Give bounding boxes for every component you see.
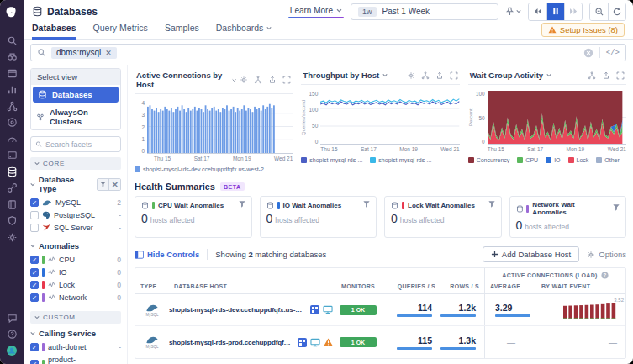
datadog-logo[interactable] (0, 4, 24, 21)
chart-title[interactable]: Throughput by Host (303, 71, 379, 80)
view-databases[interactable]: Databases (33, 87, 119, 103)
checkbox-checked[interactable]: ✓ (30, 343, 39, 351)
tab-samples[interactable]: Samples (165, 23, 199, 40)
tab-dashboards[interactable]: Dashboards (216, 23, 272, 40)
host-link[interactable]: shopist-mysql-rds-dev.ccehuppdfqfx.us-we… (169, 306, 306, 314)
tab-databases[interactable]: Databases (32, 23, 76, 40)
nav-chat-icon[interactable] (0, 310, 24, 327)
zoom-out-button[interactable] (590, 3, 608, 20)
clear-search-icon[interactable] (583, 48, 593, 58)
facet-item-io-anomaly[interactable]: ✓ IO 0 (30, 266, 121, 278)
nav-integrations-icon[interactable] (0, 180, 24, 197)
column-type[interactable]: TYPE (135, 281, 169, 293)
area-chart-plot[interactable] (488, 91, 626, 145)
column-monitors[interactable]: MONITORS (336, 281, 390, 293)
chevron-down-icon[interactable] (382, 73, 388, 77)
filter-icon[interactable] (363, 201, 370, 209)
checkbox-unchecked[interactable] (30, 211, 39, 219)
view-alwayson-clusters[interactable]: AlwaysOn Clusters (31, 104, 120, 129)
export-icon[interactable] (602, 71, 610, 80)
facet-item-mysql[interactable]: ✓ MySQL 2 (30, 196, 121, 208)
time-range-picker[interactable]: 1w Past 1 Week (351, 3, 498, 20)
checkbox-unchecked[interactable] (30, 224, 39, 232)
export-icon[interactable] (268, 76, 277, 84)
section-core[interactable]: CORE (30, 157, 121, 170)
line-chart-plot[interactable] (320, 91, 459, 145)
nav-notebooks-icon[interactable] (0, 197, 24, 214)
dashboard-icon[interactable] (323, 305, 333, 314)
learn-more-menu[interactable]: Learn More (288, 4, 344, 18)
pin-timeframe-button[interactable] (505, 7, 521, 16)
chart-title[interactable]: Active Connections by Host (136, 71, 229, 89)
search-bar[interactable]: dbms:mysql ✕ </> (30, 44, 626, 61)
column-database-host[interactable]: DATABASE HOST (169, 281, 336, 293)
setup-issues-button[interactable]: Setup Issues (8) (541, 23, 625, 37)
nav-databases-icon[interactable] (0, 164, 24, 181)
legend-item[interactable]: shopist-mysql-rds-... (370, 157, 431, 163)
nav-help-icon[interactable] (0, 326, 24, 343)
facet-item-cpu-anomaly[interactable]: ✓ CPU 0 (30, 253, 121, 266)
options-button[interactable]: Options (587, 250, 626, 259)
legend-item[interactable]: CPU (517, 157, 538, 163)
nav-security-icon[interactable] (0, 213, 24, 229)
gear-icon[interactable] (240, 76, 248, 84)
facet-filter-icon[interactable] (98, 179, 108, 190)
legend-item[interactable]: shopist-mysql-rds-... (301, 157, 362, 163)
legend-item[interactable]: shopist-mysql-rds-dev.ccehuppdfqfx.us-we… (135, 166, 269, 172)
facet-filter-clear-icon[interactable]: ✕ (108, 179, 121, 190)
nav-apm-icon[interactable] (0, 98, 24, 115)
facet-item-product-recommendation[interactable]: ✓ product-recommendati... - (30, 353, 121, 364)
checkbox-checked[interactable]: ✓ (30, 281, 39, 289)
checkbox-checked[interactable]: ✓ (30, 293, 39, 302)
help-icon[interactable]: ? (601, 272, 609, 279)
warning-icon[interactable] (324, 338, 333, 346)
checkbox-checked[interactable]: ✓ (30, 256, 39, 264)
fork-icon[interactable] (588, 71, 596, 80)
section-custom[interactable]: CUSTOM (30, 311, 121, 324)
chevron-down-icon[interactable] (546, 73, 551, 77)
hostmap-icon[interactable] (310, 305, 319, 314)
tab-query-metrics[interactable]: Query Metrics (93, 23, 148, 40)
bar-chart-plot[interactable] (147, 100, 293, 154)
nav-infrastructure-icon[interactable] (0, 147, 24, 164)
hide-controls-button[interactable]: Hide Controls (135, 250, 199, 259)
chevron-down-icon[interactable] (232, 78, 236, 82)
column-rows[interactable]: ROWS / S (440, 281, 484, 293)
table-row[interactable]: MySQL shopist-mysql-rds-prod.ccehuppdfqf… (135, 326, 625, 358)
monitor-status-pill[interactable]: 1 OK (340, 337, 377, 347)
nav-metrics-icon[interactable] (0, 82, 24, 98)
table-row[interactable]: MySQL shopist-mysql-rds-dev.ccehuppdfqfx… (135, 294, 625, 326)
facet-item-sql-server[interactable]: SQL Server - (30, 221, 121, 234)
nav-dashboards-icon[interactable] (0, 66, 24, 82)
column-queries[interactable]: QUERIES / S (390, 281, 440, 293)
facet-item-network-anomaly[interactable]: ✓ Network 0 (30, 291, 121, 303)
dashboard-icon[interactable] (310, 338, 320, 347)
fullscreen-icon[interactable] (616, 71, 625, 80)
checkbox-checked[interactable]: ✓ (30, 198, 39, 207)
fullscreen-icon[interactable] (450, 71, 458, 80)
monitor-status-pill[interactable]: 1 OK (340, 305, 377, 315)
legend-item[interactable]: IO (546, 157, 560, 163)
chart-title[interactable]: Wait Group Activity (470, 71, 543, 80)
facet-item-postgresql[interactable]: PostgreSQL - (30, 208, 121, 221)
filter-icon[interactable] (488, 201, 495, 209)
facet-item-auth-dotnet[interactable]: ✓ auth-dotnet - (30, 340, 121, 353)
skip-back-button[interactable] (529, 3, 546, 20)
refresh-button[interactable] (608, 3, 625, 20)
facet-item-lock-anomaly[interactable]: ✓ Lock 0 (30, 278, 121, 291)
fullscreen-icon[interactable] (282, 76, 291, 84)
nav-monitors-icon[interactable] (0, 131, 24, 148)
facet-group-header[interactable]: Calling Service (30, 329, 121, 338)
facet-group-header[interactable]: Anomalies (30, 241, 121, 251)
export-icon[interactable] (435, 71, 444, 80)
hostmap-icon[interactable] (298, 338, 307, 347)
search-filter-tag[interactable]: dbms:mysql ✕ (51, 47, 117, 59)
facet-search-input[interactable] (45, 140, 116, 149)
filter-icon[interactable] (613, 204, 620, 213)
legend-item[interactable]: Lock (568, 157, 589, 163)
pause-button[interactable] (546, 3, 564, 20)
query-syntax-icon[interactable]: </> (606, 49, 620, 57)
host-link[interactable]: shopist-mysql-rds-prod.ccehuppdfqfx.us-w… (169, 339, 293, 346)
remove-tag-icon[interactable]: ✕ (105, 49, 112, 57)
legend-item[interactable]: Other (596, 157, 620, 163)
